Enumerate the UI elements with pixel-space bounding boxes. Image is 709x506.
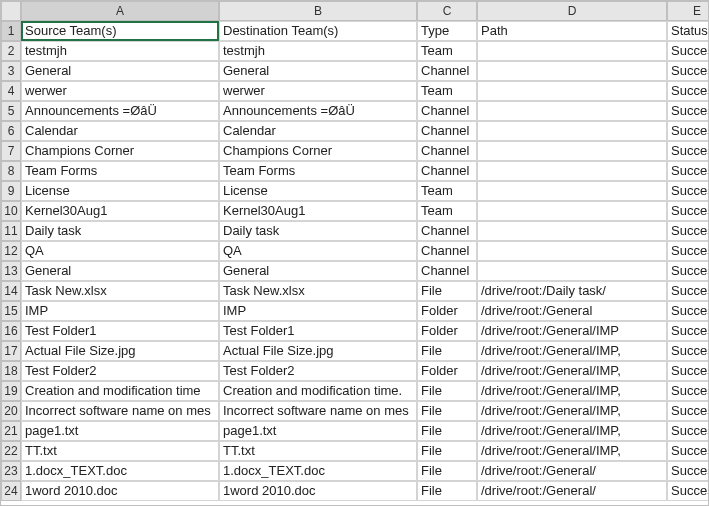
cell-D5[interactable]: [477, 101, 667, 121]
cell-E15[interactable]: Success: [667, 301, 709, 321]
select-all-corner[interactable]: [1, 1, 21, 21]
row-header-10[interactable]: 10: [1, 201, 21, 221]
cell-B18[interactable]: Test Folder2: [219, 361, 417, 381]
cell-D4[interactable]: [477, 81, 667, 101]
row-header-23[interactable]: 23: [1, 461, 21, 481]
cell-D7[interactable]: [477, 141, 667, 161]
cell-A20[interactable]: Incorrect software name on mes: [21, 401, 219, 421]
cell-C20[interactable]: File: [417, 401, 477, 421]
cell-B20[interactable]: Incorrect software name on mes: [219, 401, 417, 421]
cell-E16[interactable]: Success: [667, 321, 709, 341]
cell-B21[interactable]: page1.txt: [219, 421, 417, 441]
row-header-3[interactable]: 3: [1, 61, 21, 81]
cell-B14[interactable]: Task New.xlsx: [219, 281, 417, 301]
cell-C17[interactable]: File: [417, 341, 477, 361]
row-header-14[interactable]: 14: [1, 281, 21, 301]
cell-C6[interactable]: Channel: [417, 121, 477, 141]
cell-B13[interactable]: General: [219, 261, 417, 281]
cell-A2[interactable]: testmjh: [21, 41, 219, 61]
cell-D6[interactable]: [477, 121, 667, 141]
cell-D11[interactable]: [477, 221, 667, 241]
cell-E2[interactable]: Success: [667, 41, 709, 61]
cell-C8[interactable]: Channel: [417, 161, 477, 181]
cell-A21[interactable]: page1.txt: [21, 421, 219, 441]
cell-C3[interactable]: Channel: [417, 61, 477, 81]
cell-D18[interactable]: /drive/root:/General/IMP,: [477, 361, 667, 381]
cell-D24[interactable]: /drive/root:/General/: [477, 481, 667, 501]
cell-B8[interactable]: Team Forms: [219, 161, 417, 181]
cell-B1[interactable]: Destination Team(s): [219, 21, 417, 41]
cell-A3[interactable]: General: [21, 61, 219, 81]
column-header-E[interactable]: E: [667, 1, 709, 21]
cell-B19[interactable]: Creation and modification time.: [219, 381, 417, 401]
cell-A17[interactable]: Actual File Size.jpg: [21, 341, 219, 361]
cell-A5[interactable]: Announcements =ØâÜ: [21, 101, 219, 121]
cell-B7[interactable]: Champions Corner: [219, 141, 417, 161]
row-header-2[interactable]: 2: [1, 41, 21, 61]
row-header-15[interactable]: 15: [1, 301, 21, 321]
cell-C23[interactable]: File: [417, 461, 477, 481]
row-header-4[interactable]: 4: [1, 81, 21, 101]
cell-A23[interactable]: 1.docx_TEXT.doc: [21, 461, 219, 481]
cell-A4[interactable]: werwer: [21, 81, 219, 101]
row-header-18[interactable]: 18: [1, 361, 21, 381]
cell-D15[interactable]: /drive/root:/General: [477, 301, 667, 321]
row-header-22[interactable]: 22: [1, 441, 21, 461]
cell-E21[interactable]: Success: [667, 421, 709, 441]
cell-A18[interactable]: Test Folder2: [21, 361, 219, 381]
cell-B11[interactable]: Daily task: [219, 221, 417, 241]
cell-E3[interactable]: Success: [667, 61, 709, 81]
cell-C9[interactable]: Team: [417, 181, 477, 201]
cell-E13[interactable]: Success: [667, 261, 709, 281]
cell-C13[interactable]: Channel: [417, 261, 477, 281]
cell-B15[interactable]: IMP: [219, 301, 417, 321]
row-header-24[interactable]: 24: [1, 481, 21, 501]
cell-B9[interactable]: License: [219, 181, 417, 201]
row-header-11[interactable]: 11: [1, 221, 21, 241]
cell-A11[interactable]: Daily task: [21, 221, 219, 241]
row-header-12[interactable]: 12: [1, 241, 21, 261]
cell-C1[interactable]: Type: [417, 21, 477, 41]
cell-B22[interactable]: TT.txt: [219, 441, 417, 461]
column-header-B[interactable]: B: [219, 1, 417, 21]
cell-E11[interactable]: Success: [667, 221, 709, 241]
cell-E23[interactable]: Success: [667, 461, 709, 481]
row-header-7[interactable]: 7: [1, 141, 21, 161]
cell-B10[interactable]: Kernel30Aug1: [219, 201, 417, 221]
cell-D20[interactable]: /drive/root:/General/IMP,: [477, 401, 667, 421]
cell-E22[interactable]: Success: [667, 441, 709, 461]
cell-A6[interactable]: Calendar: [21, 121, 219, 141]
cell-D19[interactable]: /drive/root:/General/IMP,: [477, 381, 667, 401]
cell-D12[interactable]: [477, 241, 667, 261]
cell-A10[interactable]: Kernel30Aug1: [21, 201, 219, 221]
cell-C12[interactable]: Channel: [417, 241, 477, 261]
spreadsheet-grid[interactable]: ABCDE1Source Team(s)Destination Team(s)T…: [1, 1, 708, 501]
row-header-19[interactable]: 19: [1, 381, 21, 401]
cell-D1[interactable]: Path: [477, 21, 667, 41]
cell-A15[interactable]: IMP: [21, 301, 219, 321]
cell-C7[interactable]: Channel: [417, 141, 477, 161]
cell-A12[interactable]: QA: [21, 241, 219, 261]
cell-D3[interactable]: [477, 61, 667, 81]
column-header-A[interactable]: A: [21, 1, 219, 21]
cell-E5[interactable]: Success: [667, 101, 709, 121]
cell-C24[interactable]: File: [417, 481, 477, 501]
row-header-20[interactable]: 20: [1, 401, 21, 421]
cell-E10[interactable]: Success: [667, 201, 709, 221]
cell-A1[interactable]: Source Team(s): [21, 21, 219, 41]
cell-E18[interactable]: Success: [667, 361, 709, 381]
cell-E19[interactable]: Success: [667, 381, 709, 401]
cell-B16[interactable]: Test Folder1: [219, 321, 417, 341]
row-header-17[interactable]: 17: [1, 341, 21, 361]
cell-E6[interactable]: Success: [667, 121, 709, 141]
cell-D2[interactable]: [477, 41, 667, 61]
cell-B2[interactable]: testmjh: [219, 41, 417, 61]
cell-D22[interactable]: /drive/root:/General/IMP,: [477, 441, 667, 461]
row-header-21[interactable]: 21: [1, 421, 21, 441]
cell-C10[interactable]: Team: [417, 201, 477, 221]
cell-C21[interactable]: File: [417, 421, 477, 441]
cell-B12[interactable]: QA: [219, 241, 417, 261]
row-header-6[interactable]: 6: [1, 121, 21, 141]
cell-A13[interactable]: General: [21, 261, 219, 281]
cell-A14[interactable]: Task New.xlsx: [21, 281, 219, 301]
